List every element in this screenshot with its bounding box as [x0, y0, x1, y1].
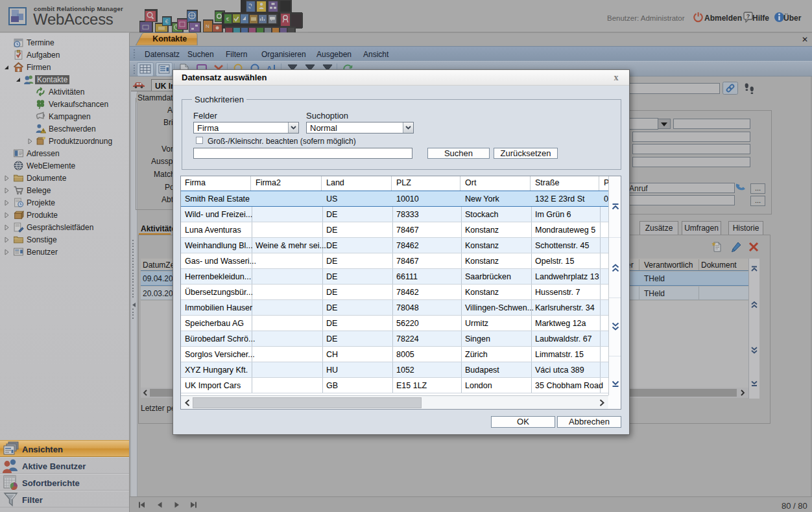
svg-text:?: ? — [746, 13, 750, 19]
svg-text:Kontakte: Kontakte — [152, 34, 187, 43]
